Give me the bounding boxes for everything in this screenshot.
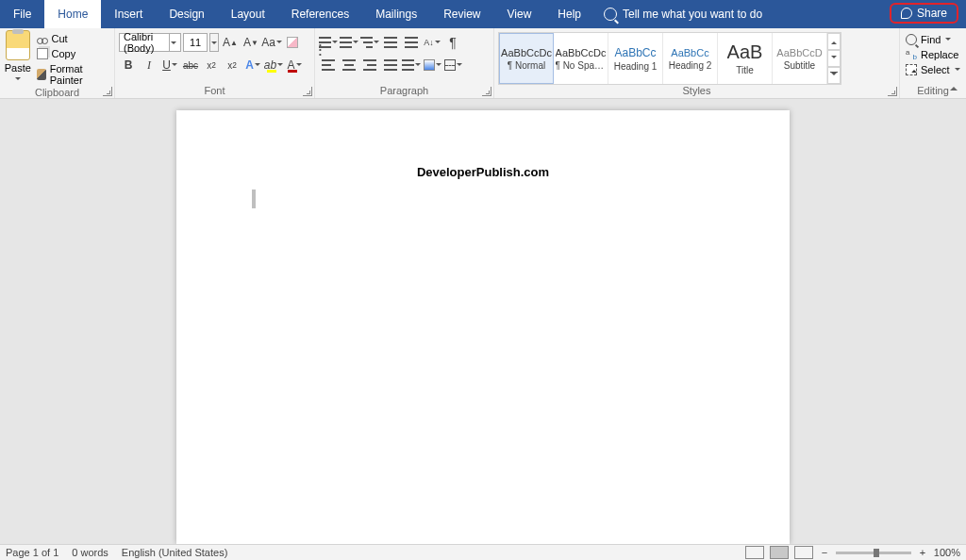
zoom-out-button[interactable]: −: [819, 547, 830, 558]
style-item-heading-2[interactable]: AaBbCcHeading 2: [663, 33, 718, 84]
shrink-font-button[interactable]: A▼: [242, 33, 260, 52]
find-dropdown[interactable]: [944, 34, 951, 45]
styles-up-button[interactable]: [827, 33, 841, 50]
text-effects-button[interactable]: A: [243, 56, 262, 74]
font-name-select[interactable]: Calibri (Body): [119, 33, 181, 52]
tab-mailings[interactable]: Mailings: [362, 0, 430, 28]
replace-button[interactable]: Replace: [904, 48, 962, 61]
styles-more-button[interactable]: [827, 67, 841, 84]
zoom-in-button[interactable]: +: [917, 547, 928, 558]
clipboard-launcher[interactable]: [103, 87, 112, 96]
paste-dropdown[interactable]: [4, 74, 32, 85]
tab-layout[interactable]: Layout: [218, 0, 278, 28]
paste-icon: [6, 30, 30, 60]
tab-insert[interactable]: Insert: [101, 0, 156, 28]
share-label: Share: [917, 7, 947, 20]
highlight-button[interactable]: ab: [264, 56, 283, 74]
tab-help[interactable]: Help: [544, 0, 594, 28]
shading-icon: [424, 59, 435, 71]
borders-button[interactable]: [443, 56, 462, 74]
align-left-icon: [322, 59, 335, 71]
document-heading: DeveloperPublish.com: [252, 165, 714, 179]
format-painter-button[interactable]: Format Painter: [35, 62, 111, 87]
group-font: Calibri (Body) 11 A▲ A▼ Aa B I U: [115, 28, 315, 98]
tab-home[interactable]: Home: [44, 0, 101, 28]
styles-launcher[interactable]: [888, 87, 897, 96]
decrease-indent-button[interactable]: [381, 33, 400, 52]
lightbulb-icon: [604, 8, 617, 21]
tab-design[interactable]: Design: [156, 0, 217, 28]
font-launcher[interactable]: [303, 87, 312, 96]
zoom-slider[interactable]: [836, 552, 911, 554]
styles-group-label: Styles: [498, 85, 895, 98]
copy-label: Copy: [52, 48, 76, 59]
superscript-button[interactable]: x2: [223, 56, 242, 74]
underline-button[interactable]: U: [160, 56, 179, 74]
page[interactable]: DeveloperPublish.com: [176, 110, 790, 544]
chevron-down-icon: [169, 34, 176, 51]
collapse-ribbon-button[interactable]: [947, 81, 960, 94]
format-painter-label: Format Painter: [50, 63, 108, 86]
grow-font-button[interactable]: A▲: [221, 33, 240, 52]
status-page[interactable]: Page 1 of 1: [6, 547, 58, 558]
tab-references[interactable]: References: [278, 0, 362, 28]
clear-formatting-button[interactable]: [283, 33, 302, 52]
bold-button[interactable]: B: [119, 56, 138, 74]
font-color-button[interactable]: A: [285, 56, 304, 74]
style-item-subtitle[interactable]: AaBbCcDSubtitle: [773, 33, 827, 84]
strikethrough-button[interactable]: abc: [181, 56, 200, 74]
cut-button[interactable]: Cut: [35, 32, 111, 45]
font-size-dropdown[interactable]: [209, 33, 219, 52]
shading-button[interactable]: [423, 56, 441, 74]
style-item-heading-1[interactable]: AaBbCcHeading 1: [608, 33, 663, 84]
numbering-button[interactable]: [340, 33, 358, 52]
zoom-level[interactable]: 100%: [934, 547, 960, 558]
status-words[interactable]: 0 words: [72, 547, 108, 558]
font-group-label: Font: [119, 85, 310, 98]
bullets-button[interactable]: [319, 33, 338, 52]
sort-button[interactable]: A↓: [423, 33, 441, 52]
line-spacing-button[interactable]: [402, 56, 421, 74]
increase-indent-button[interactable]: [402, 33, 421, 52]
find-button[interactable]: Find: [904, 33, 962, 46]
style-item---no-spac---[interactable]: AaBbCcDc¶ No Spac...: [554, 33, 608, 84]
justify-button[interactable]: [381, 56, 400, 74]
tab-review[interactable]: Review: [430, 0, 493, 28]
tab-file[interactable]: File: [0, 0, 44, 28]
show-marks-button[interactable]: ¶: [443, 33, 462, 52]
paste-label: Paste: [4, 62, 32, 74]
status-language[interactable]: English (United States): [122, 547, 228, 558]
search-icon: [906, 34, 917, 45]
copy-icon: [37, 48, 48, 59]
read-mode-button[interactable]: [745, 546, 764, 559]
italic-button[interactable]: I: [140, 56, 158, 74]
share-button[interactable]: Share: [890, 3, 958, 24]
style-preview: AaBbCcD: [776, 47, 822, 58]
style-item-title[interactable]: AaBTitle: [718, 33, 773, 84]
align-center-button[interactable]: [340, 56, 358, 74]
change-case-button[interactable]: Aa: [262, 33, 281, 52]
web-layout-button[interactable]: [794, 546, 813, 559]
paste-button[interactable]: Paste: [4, 30, 32, 85]
font-size-select[interactable]: 11: [183, 33, 208, 52]
tell-me-search[interactable]: Tell me what you want to do: [604, 0, 762, 28]
copy-button[interactable]: Copy: [35, 47, 111, 60]
tab-view[interactable]: View: [494, 0, 545, 28]
select-button[interactable]: Select: [904, 63, 962, 76]
ribbon-tabs: File Home Insert Design Layout Reference…: [0, 0, 966, 28]
ribbon: Paste Cut Copy Format Painter Clipboard: [0, 28, 966, 99]
styles-down-button[interactable]: [827, 50, 841, 67]
multilevel-button[interactable]: [360, 33, 379, 52]
style-item---normal[interactable]: AaBbCcDc¶ Normal: [499, 33, 554, 84]
brush-icon: [37, 69, 46, 80]
align-right-icon: [363, 59, 376, 71]
align-right-button[interactable]: [360, 56, 379, 74]
align-left-button[interactable]: [319, 56, 338, 74]
style-name: Subtitle: [784, 60, 815, 71]
tell-me-label: Tell me what you want to do: [623, 8, 762, 21]
select-dropdown[interactable]: [954, 64, 960, 75]
subscript-button[interactable]: x2: [202, 56, 221, 74]
paragraph-launcher[interactable]: [482, 87, 491, 96]
print-layout-button[interactable]: [770, 546, 789, 559]
group-paragraph: A↓ ¶ Paragraph: [315, 28, 494, 98]
